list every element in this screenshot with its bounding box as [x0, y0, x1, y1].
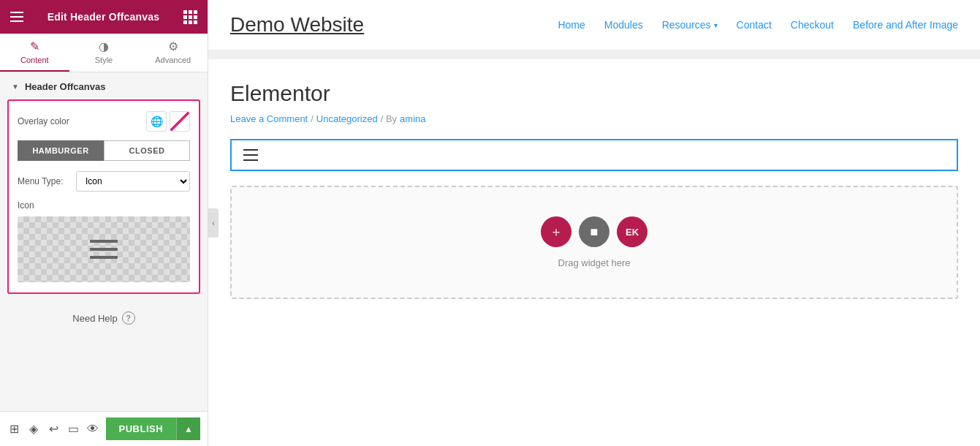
global-color-button[interactable]: 🌐 [146, 111, 167, 132]
tab-style[interactable]: ◑ Style [69, 34, 139, 72]
grid-view-icon[interactable] [183, 10, 197, 24]
widget-library-button[interactable]: ■ [579, 216, 609, 247]
overlay-color-row: Overlay color 🌐 [18, 111, 190, 132]
icon-field-label: Icon [18, 200, 190, 211]
hamburger-toggle-btn[interactable]: HAMBURGER [18, 140, 104, 161]
site-title: Demo Website [230, 13, 364, 37]
menu-type-row: Menu Type: Icon Text Both [18, 171, 190, 192]
publish-arrow-button[interactable]: ▲ [176, 417, 200, 440]
panel-body: ▼ Header Offcanvas Overlay color 🌐 HAMBU… [0, 72, 208, 411]
drag-widget-area: ＋ ■ EK Drag widget here [230, 186, 958, 299]
settings-icon[interactable]: ◈ [27, 417, 41, 441]
advanced-tab-icon: ⚙ [168, 41, 178, 53]
nav-before-after[interactable]: Before and After Image [853, 19, 958, 31]
meta-sep2: / By [381, 113, 397, 124]
publish-btn-group: PUBLISH ▲ [106, 417, 200, 440]
undo-icon[interactable]: ↩ [47, 417, 61, 441]
nav-contact[interactable]: Contact [737, 19, 772, 31]
section-title: Header Offcanvas [25, 81, 106, 92]
hamburger-closed-toggle: HAMBURGER CLOSED [18, 140, 190, 161]
nav-menu: Home Modules Resources ▾ Contact Checkou… [558, 19, 958, 31]
top-bar: Edit Header Offcanvas [0, 0, 208, 34]
offcanvas-widget-box[interactable] [230, 139, 958, 171]
hamburger-menu-icon[interactable] [10, 12, 23, 22]
panel-collapse-arrow[interactable]: ‹ [208, 208, 219, 238]
left-panel: Edit Header Offcanvas ✎ Content ◑ Style … [0, 0, 208, 446]
leave-comment-link[interactable]: Leave a Comment [230, 113, 308, 124]
need-help[interactable]: Need Help ? [0, 303, 208, 333]
section-collapse-arrow: ▼ [12, 83, 19, 91]
closed-toggle-btn[interactable]: CLOSED [104, 140, 190, 161]
tab-advanced[interactable]: ⚙ Advanced [138, 34, 208, 72]
overlay-color-label: Overlay color [18, 116, 69, 126]
layers-icon[interactable]: ⊞ [7, 417, 21, 441]
tab-content-label: Content [20, 56, 49, 64]
color-swatch[interactable] [170, 111, 190, 132]
drag-widget-label: Drag widget here [558, 257, 631, 268]
elementor-kit-button[interactable]: EK [617, 216, 647, 247]
author-link[interactable]: amina [400, 113, 425, 124]
publish-button[interactable]: PUBLISH [106, 417, 177, 440]
category-link[interactable]: Uncategorized [316, 113, 378, 124]
nav-checkout[interactable]: Checkout [791, 19, 834, 31]
tab-style-label: Style [95, 56, 113, 64]
tab-content[interactable]: ✎ Content [0, 34, 69, 72]
tabs-bar: ✎ Content ◑ Style ⚙ Advanced [0, 34, 208, 72]
help-icon: ? [122, 311, 135, 325]
nav-home[interactable]: Home [558, 19, 585, 31]
nav-separator [208, 50, 980, 59]
highlighted-section: Overlay color 🌐 HAMBURGER CLOSED Menu Ty… [7, 99, 200, 294]
resources-arrow-icon: ▾ [714, 21, 718, 29]
color-controls: 🌐 [146, 111, 190, 132]
preview-icon[interactable]: 👁 [86, 417, 100, 441]
panel-title: Edit Header Offcanvas [48, 11, 160, 23]
nav-resources[interactable]: Resources ▾ [662, 19, 718, 31]
article-title: Elementor [230, 81, 958, 106]
need-help-label: Need Help [72, 313, 117, 324]
drag-widget-icons: ＋ ■ EK [541, 216, 647, 247]
hamburger-icon-preview [90, 240, 118, 259]
section-header[interactable]: ▼ Header Offcanvas [0, 72, 208, 99]
article-meta: Leave a Comment / Uncategorized / By ami… [230, 113, 958, 124]
menu-type-label: Menu Type: [18, 176, 76, 186]
meta-sep1: / [311, 113, 314, 124]
right-panel: Demo Website Home Modules Resources ▾ Co… [208, 0, 980, 446]
nav-modules[interactable]: Modules [604, 19, 643, 31]
menu-type-select[interactable]: Icon Text Both [76, 171, 190, 192]
article-area: Elementor Leave a Comment / Uncategorize… [208, 59, 980, 328]
content-tab-icon: ✎ [30, 41, 39, 53]
bottom-toolbar: ⊞ ◈ ↩ ▭ 👁 PUBLISH ▲ [0, 411, 208, 446]
style-tab-icon: ◑ [99, 41, 109, 53]
widget-hamburger-icon [243, 149, 258, 161]
icon-preview [18, 216, 190, 282]
add-widget-button[interactable]: ＋ [541, 216, 571, 247]
website-header: Demo Website Home Modules Resources ▾ Co… [208, 0, 980, 50]
tab-advanced-label: Advanced [155, 56, 191, 64]
responsive-icon[interactable]: ▭ [67, 417, 80, 441]
